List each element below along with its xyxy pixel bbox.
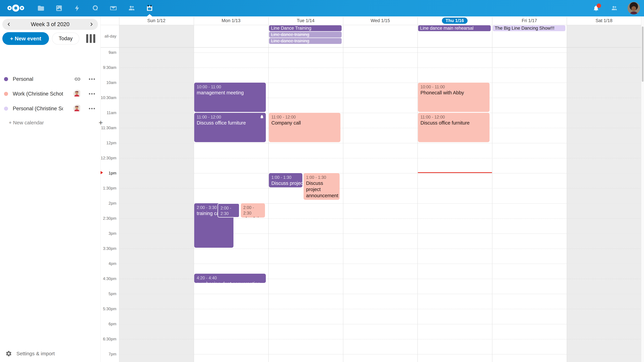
calendar-list: Personal Work (Christine Schott) Persona…: [0, 72, 100, 129]
header-divider: [100, 25, 644, 25]
event-time: 2:00 - 2:30: [243, 205, 263, 216]
user-avatar[interactable]: [628, 2, 640, 14]
event[interactable]: 2:00 - 2:30 check-in: [218, 203, 240, 218]
time-label: 6:30pm: [100, 336, 116, 342]
allday-event[interactable]: Line dance training: [269, 32, 342, 37]
app-files[interactable]: [32, 0, 50, 16]
event-title: Discuss project announcement: [306, 180, 338, 199]
calendar-color-dot: [4, 92, 8, 96]
event[interactable]: 10:00 - 11:00 management meeting: [194, 83, 266, 112]
time-label: 10:30am: [100, 95, 116, 100]
event[interactable]: 4:20 - 4:40 purchasing dept conversation: [194, 274, 266, 283]
app-photos[interactable]: [50, 0, 68, 16]
event-time: 1:00 - 1:30: [271, 175, 300, 180]
event-title: Phonecall with Abby: [420, 90, 488, 96]
new-calendar-button[interactable]: + New calendar+: [0, 116, 100, 129]
view-toggle-icon[interactable]: [86, 34, 95, 43]
nextcloud-logo[interactable]: [6, 3, 25, 13]
day-column[interactable]: [343, 47, 418, 362]
notifications-bell-icon[interactable]: [591, 3, 601, 13]
time-label: 12pm: [100, 140, 116, 146]
calendar-actions-menu-icon[interactable]: [89, 78, 95, 80]
day-column[interactable]: [268, 47, 343, 362]
time-label: 5pm: [100, 291, 116, 297]
scrollbar-thumb[interactable]: [642, 26, 644, 82]
event-time: 4:20 - 4:40: [197, 275, 264, 281]
app-navigation: [32, 0, 159, 16]
sidebar-actions: + New event Today: [2, 32, 98, 45]
event-title: check-in: [220, 216, 237, 218]
photos-icon: [55, 4, 63, 12]
time-label: 2pm: [100, 201, 116, 206]
event-time: 11:00 - 12:00: [197, 114, 264, 120]
event[interactable]: 1:00 - 1:30 Discuss project announcement: [269, 173, 302, 187]
event[interactable]: 1:00 - 1:30 Discuss project announcement: [304, 173, 340, 200]
topbar-right: [591, 0, 640, 16]
day-header-1[interactable]: Mon 1/13: [194, 16, 268, 25]
next-week-button[interactable]: [85, 19, 98, 30]
calendar-item-2[interactable]: Personal (Christine Scho...): [0, 101, 100, 116]
calendar-icon: [146, 4, 153, 12]
event-title: Discuss project announcement: [271, 180, 300, 186]
app-activity[interactable]: [68, 0, 86, 16]
event[interactable]: 11:00 - 12:00 Company call: [269, 113, 340, 142]
current-time-line: [418, 172, 492, 173]
calendar-color-dot: [4, 107, 8, 111]
allday-event[interactable]: Line Dance Training: [269, 25, 342, 31]
event-time: 11:00 - 12:00: [420, 114, 488, 120]
event[interactable]: 2:00 - 2:30 check-in: [241, 203, 265, 218]
app-talk[interactable]: [86, 0, 104, 16]
talk-icon: [92, 4, 99, 12]
today-pill[interactable]: Thu 1/16: [442, 17, 468, 24]
event-title: check-in: [243, 216, 263, 218]
app-contacts[interactable]: [122, 0, 140, 16]
app-calendar[interactable]: [140, 0, 159, 16]
day-header-5[interactable]: Fri 1/17: [492, 16, 567, 25]
calendar-actions-menu-icon[interactable]: [89, 93, 95, 94]
day-column[interactable]: [492, 47, 567, 362]
day-column[interactable]: [567, 47, 641, 362]
time-label: 6pm: [100, 321, 116, 327]
day-header-6[interactable]: Sat 1/18: [567, 16, 641, 25]
day-header-0[interactable]: Sun 1/12: [119, 16, 194, 25]
allday-event[interactable]: Line dance training: [269, 38, 342, 44]
time-label: 4pm: [100, 261, 116, 266]
allday-row-label: all-day: [100, 33, 116, 39]
event-time: 11:00 - 12:00: [271, 114, 338, 120]
time-label: 3pm: [100, 231, 116, 236]
day-column[interactable]: [119, 47, 194, 362]
gear-icon: [5, 350, 12, 357]
allday-event[interactable]: The Big Line Dancing Show!!!: [493, 25, 565, 31]
calendar-owner-avatar: [74, 105, 82, 113]
event[interactable]: 11:00 - 12:00 Discuss office furniture: [418, 113, 490, 142]
week-label[interactable]: Week 3 of 2020: [16, 21, 85, 27]
calendar-name: Personal: [13, 76, 33, 82]
share-link-icon[interactable]: [74, 75, 82, 83]
contacts-menu-icon[interactable]: [610, 3, 619, 13]
allday-event[interactable]: Line dance main rehearsal: [418, 25, 491, 31]
event[interactable]: 11:00 - 12:00 Discuss office furniture: [194, 113, 266, 142]
calendar-actions-menu-icon[interactable]: [89, 108, 95, 109]
time-label: 12:30pm: [100, 155, 116, 161]
new-event-button[interactable]: + New event: [2, 32, 49, 45]
time-label: 9am: [100, 50, 116, 55]
event[interactable]: 10:00 - 11:00 Phonecall with Abby: [418, 83, 490, 112]
event-time: 1:00 - 1:30: [306, 175, 338, 180]
today-button[interactable]: Today: [52, 32, 79, 44]
event-time: 2:00 - 2:30: [220, 205, 237, 216]
day-header-3[interactable]: Wed 1/15: [343, 16, 418, 25]
event-title: Discuss office furniture: [420, 120, 488, 126]
link-icon: [74, 76, 81, 82]
calendar-item-1[interactable]: Work (Christine Schott): [0, 86, 100, 101]
plus-icon: +: [98, 118, 103, 127]
event-title: Company call: [271, 120, 338, 126]
previous-week-button[interactable]: [2, 19, 16, 30]
day-header-2[interactable]: Tue 1/14: [268, 16, 343, 25]
time-label: 10am: [100, 80, 116, 85]
day-header-4[interactable]: Thu 1/16: [418, 16, 492, 25]
calendar-item-0[interactable]: Personal: [0, 72, 100, 86]
event-title: purchasing dept conversation: [197, 281, 264, 283]
time-label: 5:30pm: [100, 306, 116, 312]
app-mail[interactable]: [104, 0, 122, 16]
settings-import-button[interactable]: Settings & import: [0, 348, 100, 359]
